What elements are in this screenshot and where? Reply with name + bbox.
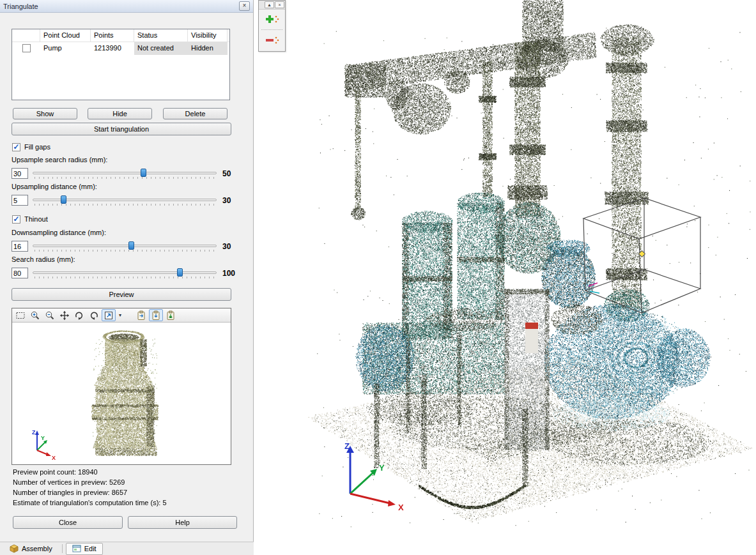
chevron-down-icon: ▾ [119,312,121,318]
zoom-window-icon [104,310,114,321]
fill-gaps-checkbox[interactable] [12,143,20,151]
table-row[interactable]: Pump 1213990 Not created Hidden [12,42,229,55]
slider-ticks [35,204,215,206]
rotate-ccw-icon [89,310,99,321]
help-button[interactable]: Help [128,516,237,529]
bottom-tabbar: Assembly Edit [0,542,254,555]
slider-thumb[interactable] [128,241,134,250]
slider-groove[interactable] [33,271,217,274]
edit-icon [72,544,81,553]
search-radius-input[interactable] [12,268,28,278]
rotate-ccw-button[interactable] [87,309,101,321]
upsample-radius-group: Upsample search radius (mm): 50 [12,156,245,180]
tab-assembly-label: Assembly [22,545,52,552]
main-3d-viewport[interactable]: Z Y X [254,0,756,555]
application-window: Triangulate × Point Cloud Points Status … [0,0,756,555]
computation-time-estimate: Estimate of triangulation's computation … [13,499,167,508]
thinout-checkbox[interactable] [12,215,20,224]
triangulate-dialog: Triangulate × Point Cloud Points Status … [0,0,254,542]
upsample-radius-max: 50 [222,169,231,178]
downsampling-distance-slider[interactable] [33,239,217,253]
cell-status: Not created [134,42,188,55]
marquee-select-button[interactable] [13,309,27,321]
slider-ticks [35,250,215,252]
dialog-titlebar[interactable]: Triangulate × [0,0,253,13]
slider-groove[interactable] [33,245,217,247]
zoom-window-button[interactable] [102,309,116,321]
preview-canvas[interactable] [12,323,231,464]
tab-assembly[interactable]: Assembly [3,543,59,555]
downsampling-distance-label: Downsampling distance (mm): [12,229,245,238]
search-radius-group: Search radius (mm): 100 [12,255,245,280]
col-point-cloud[interactable]: Point Cloud [40,29,91,42]
remove-points-tool[interactable] [259,31,285,50]
zoom-out-button[interactable] [43,309,57,321]
slider-thumb[interactable] [177,268,183,277]
tab-divider [62,544,63,553]
rotate-cw-button[interactable] [72,309,86,321]
remove-points-icon [265,34,280,47]
slider-groove[interactable] [33,172,217,174]
slider-thumb[interactable] [141,169,146,177]
upsampling-distance-label: Upsampling distance (mm): [12,183,245,192]
search-radius-slider[interactable] [33,266,217,280]
slider-ticks [35,277,215,278]
preview-toolbar: ▾ [12,308,231,323]
rotate-cw-icon [74,310,84,321]
delete-button[interactable]: Delete [163,108,228,119]
row-checkbox[interactable] [22,44,31,52]
zoom-in-button[interactable] [28,309,42,321]
main-viewport-canvas[interactable] [254,0,756,555]
upsampling-distance-max: 30 [222,196,231,205]
pan-button[interactable] [58,309,72,321]
hide-button[interactable]: Hide [88,108,152,119]
fill-gaps-label: Fill gaps [24,143,50,151]
cell-point-cloud[interactable]: Pump [40,42,91,55]
thinout-label: Thinout [24,215,48,223]
search-radius-label: Search radius (mm): [12,255,245,264]
col-visibility[interactable]: Visibility [188,29,228,42]
slider-ticks [35,177,215,179]
upsample-radius-input[interactable] [12,168,28,179]
zoom-in-icon [30,310,40,321]
thinout-checkbox-row[interactable]: Thinout [12,215,48,224]
mini-toolbar-collapse-button[interactable]: ▲ [265,1,274,8]
export-view-button[interactable] [164,309,178,321]
col-checkbox[interactable] [12,29,40,42]
paste-view-icon [151,310,161,321]
upsampling-distance-slider[interactable] [33,194,217,207]
zoom-window-dropdown[interactable]: ▾ [116,309,124,321]
slider-thumb[interactable] [61,195,66,204]
preview-frame: ▾ [12,308,231,465]
mini-toolbar-close-button[interactable]: × [275,1,284,8]
start-triangulation-button[interactable]: Start triangulation [12,123,231,135]
cell-visibility: Hidden [188,42,228,55]
preview-viewport[interactable]: Z Y X [12,323,231,464]
dialog-title: Triangulate [3,3,38,10]
mini-toolbar-titlebar[interactable]: ▲ × [259,1,285,10]
col-points[interactable]: Points [91,29,134,42]
export-view-icon [166,310,176,321]
preview-button[interactable]: Preview [12,288,231,301]
downsampling-distance-input[interactable] [12,241,28,252]
upsample-radius-slider[interactable] [33,167,217,180]
dialog-close-button[interactable]: × [239,1,250,11]
close-button[interactable]: Close [13,516,123,529]
fill-gaps-checkbox-row[interactable]: Fill gaps [12,142,50,151]
paste-view-button[interactable] [149,309,163,321]
table-header-row: Point Cloud Points Status Visibility [12,29,229,42]
tab-edit[interactable]: Edit [66,543,103,555]
upsampling-distance-input[interactable] [12,195,28,206]
col-status[interactable]: Status [134,29,188,42]
downsampling-distance-group: Downsampling distance (mm): 30 [12,229,245,253]
vertices-in-preview: Number of vertices in preview: 5269 [13,478,125,487]
search-radius-max: 100 [222,269,235,278]
zoom-out-icon [45,310,55,321]
upsampling-distance-group: Upsampling distance (mm): 30 [12,183,245,207]
copy-view-button[interactable] [134,309,148,321]
show-button[interactable]: Show [13,108,77,119]
selection-mini-toolbar[interactable]: ▲ × [258,0,286,52]
point-cloud-table: Point Cloud Points Status Visibility Pum… [12,29,230,100]
add-points-tool[interactable] [259,10,285,29]
tab-edit-label: Edit [84,545,96,552]
